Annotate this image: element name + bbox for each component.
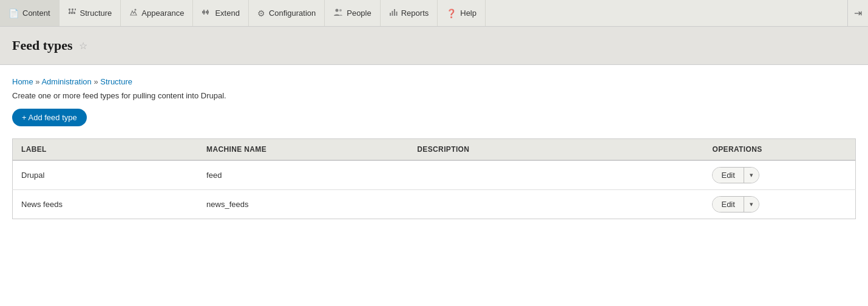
breadcrumb-home[interactable]: Home [12,77,33,86]
svg-rect-18 [390,13,391,16]
edit-dropdown-arrow[interactable]: ▾ [744,168,759,183]
nav-item-extend[interactable]: Extend [193,0,248,26]
svg-point-9 [135,9,137,11]
svg-rect-12 [203,10,205,11]
toggle-icon: ⇥ [854,7,862,19]
cell-machine-name: feed [198,160,409,190]
edit-button[interactable]: Edit [713,168,744,183]
cell-description [409,190,704,219]
appearance-icon [129,8,138,18]
svg-rect-1 [72,8,73,10]
svg-point-16 [336,9,339,12]
nav-label-help: Help [460,8,476,18]
cell-machine-name: news_feeds [198,190,409,219]
svg-rect-13 [207,10,208,11]
cell-label: News feeds [13,190,198,219]
structure-icon [68,8,76,18]
svg-rect-11 [206,11,209,13]
nav-toggle-button[interactable]: ⇥ [847,0,868,26]
svg-rect-21 [396,12,397,16]
svg-rect-14 [203,13,205,15]
main-content: Home » Administration » Structure Create… [0,65,868,231]
nav-label-appearance: Appearance [141,8,184,18]
nav-item-appearance[interactable]: Appearance [121,0,193,26]
nav-spacer [486,0,847,26]
svg-rect-8 [73,12,75,14]
nav-label-structure: Structure [80,8,112,18]
page-description: Create one or more feed types for pullin… [12,91,856,100]
help-icon: ❓ [446,8,456,18]
cell-operations: Edit▾ [704,190,855,219]
nav-label-configuration: Configuration [269,8,316,18]
svg-rect-19 [392,11,393,16]
nav-label-content: Content [22,8,50,18]
nav-item-people[interactable]: People [325,0,380,26]
cell-operations: Edit▾ [704,160,855,190]
nav-item-configuration[interactable]: ⚙ Configuration [249,0,325,26]
svg-rect-20 [394,9,395,16]
page-header: Feed types ☆ [0,27,868,65]
configuration-icon: ⚙ [257,8,265,18]
edit-button[interactable]: Edit [713,197,744,212]
svg-rect-0 [69,8,70,10]
svg-point-17 [339,9,342,12]
page-title: Feed types [12,38,73,53]
extend-icon [202,8,211,18]
cell-label: Drupal [13,160,198,190]
top-navigation: 📄 Content Structure Appearan [0,0,868,27]
edit-button-group: Edit▾ [712,167,759,183]
edit-button-group: Edit▾ [712,196,759,212]
nav-item-content[interactable]: 📄 Content [0,0,59,26]
col-header-machine-name: MACHINE NAME [198,139,409,161]
svg-rect-7 [71,12,73,14]
table-header-row: LABEL MACHINE NAME DESCRIPTION OPERATION… [13,139,856,161]
nav-label-people: People [347,8,371,18]
svg-rect-10 [202,11,205,13]
nav-label-extend: Extend [215,8,239,18]
nav-item-structure[interactable]: Structure [59,0,121,26]
col-header-label: LABEL [13,139,198,161]
svg-rect-2 [75,8,76,10]
col-header-operations: OPERATIONS [704,139,855,161]
add-feed-type-button[interactable]: + Add feed type [12,109,87,126]
breadcrumb-structure[interactable]: Structure [100,77,132,86]
nav-label-reports: Reports [401,8,429,18]
table-row: DrupalfeedEdit▾ [13,160,856,190]
people-icon [333,8,343,18]
table-row: News feedsnews_feedsEdit▾ [13,190,856,219]
bookmark-star-icon[interactable]: ☆ [79,40,87,52]
feed-types-table: LABEL MACHINE NAME DESCRIPTION OPERATION… [12,138,856,219]
edit-dropdown-arrow[interactable]: ▾ [744,197,759,212]
reports-icon [389,8,398,18]
col-header-description: DESCRIPTION [409,139,704,161]
svg-rect-15 [207,13,208,15]
breadcrumb-sep-2: » [93,77,100,86]
breadcrumb-sep-1: » [35,77,41,86]
cell-description [409,160,704,190]
breadcrumb-administration[interactable]: Administration [41,77,91,86]
nav-item-help[interactable]: ❓ Help [438,0,486,26]
breadcrumb: Home » Administration » Structure [12,77,856,86]
content-icon: 📄 [8,8,19,18]
svg-rect-6 [69,12,70,14]
nav-item-reports[interactable]: Reports [381,0,438,26]
